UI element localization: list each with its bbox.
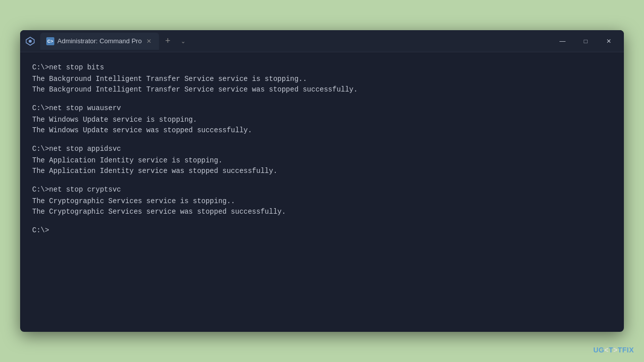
output-line: The Application Identity service is stop… bbox=[32, 155, 612, 166]
terminal-block: C:\>net stop bitsThe Background Intellig… bbox=[32, 62, 612, 95]
svg-point-0 bbox=[29, 40, 32, 43]
command-line: C:\>net stop cryptsvc bbox=[32, 185, 612, 195]
window-controls: — □ ✕ bbox=[551, 33, 620, 49]
watermark: UG<T>TFIX bbox=[593, 346, 634, 354]
command-line: C:\>net stop wuauserv bbox=[32, 103, 612, 114]
app-icon bbox=[24, 35, 36, 47]
output-line: The Cryptographic Services service was s… bbox=[32, 207, 612, 217]
close-button[interactable]: ✕ bbox=[598, 33, 620, 49]
current-prompt: C:\> bbox=[32, 225, 612, 236]
watermark-text: UG<T>TFIX bbox=[593, 346, 634, 354]
command-line: C:\>net stop bits bbox=[32, 62, 612, 73]
terminal-block: C:\>net stop appidsvcThe Application Ide… bbox=[32, 144, 612, 176]
terminal-block: C:\>net stop wuauservThe Windows Update … bbox=[32, 103, 612, 136]
maximize-button[interactable]: □ bbox=[575, 33, 597, 49]
titlebar: C> Administrator: Command Pro ✕ + ⌄ — □ … bbox=[20, 30, 624, 52]
output-line: The Application Identity service was sto… bbox=[32, 166, 612, 176]
output-line: The Windows Update service was stopped s… bbox=[32, 125, 612, 136]
new-tab-button[interactable]: + bbox=[161, 34, 175, 48]
terminal-body[interactable]: C:\>net stop bitsThe Background Intellig… bbox=[20, 52, 624, 247]
tab-dropdown-button[interactable]: ⌄ bbox=[177, 35, 189, 47]
output-line: The Windows Update service is stopping. bbox=[32, 115, 612, 125]
minimize-button[interactable]: — bbox=[551, 33, 574, 49]
output-line: The Cryptographic Services service is st… bbox=[32, 196, 612, 207]
output-line: The Background Intelligent Transfer Serv… bbox=[32, 74, 612, 84]
tab-cmd-icon: C> bbox=[46, 37, 54, 45]
active-tab[interactable]: C> Administrator: Command Pro ✕ bbox=[40, 33, 159, 50]
terminal-block: C:\>net stop cryptsvcThe Cryptographic S… bbox=[32, 185, 612, 217]
terminal-window: C> Administrator: Command Pro ✕ + ⌄ — □ … bbox=[20, 30, 624, 332]
command-line: C:\>net stop appidsvc bbox=[32, 144, 612, 154]
tab-area: C> Administrator: Command Pro ✕ + ⌄ bbox=[24, 33, 551, 50]
tab-close-button[interactable]: ✕ bbox=[145, 37, 153, 45]
tab-title: Administrator: Command Pro bbox=[57, 37, 142, 45]
output-line: The Background Intelligent Transfer Serv… bbox=[32, 84, 612, 95]
terminal-wrapper: C:\>net stop bitsThe Background Intellig… bbox=[20, 52, 624, 332]
